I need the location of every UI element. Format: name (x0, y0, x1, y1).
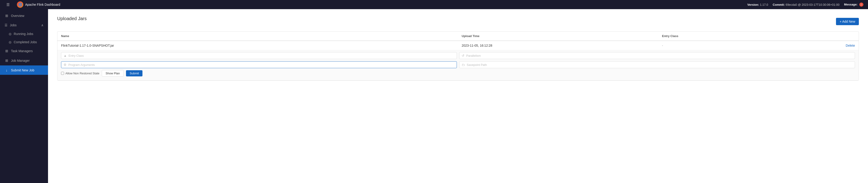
col-actions-header (779, 32, 859, 41)
parallelism-input[interactable] (466, 54, 852, 57)
sidebar-item-submit-new-job[interactable]: ↓ Submit New Job (0, 65, 48, 75)
overview-icon: ⊞ (5, 14, 9, 18)
sidebar-jobs-left: ☰ Jobs (5, 23, 17, 27)
allow-non-restored-checkbox[interactable] (61, 72, 64, 75)
sidebar-task-managers-label: Task Managers (11, 49, 33, 53)
sidebar-item-overview[interactable]: ⊞ Overview (0, 11, 48, 21)
jar-upload-time: 2023-11-05, 16:12:28 (458, 41, 658, 50)
sidebar-item-running-jobs[interactable]: ◎ Running Jobs (0, 30, 48, 38)
header-info: Version: 1.17.0 Commit: 69ecda0 @ 2023-0… (747, 2, 863, 7)
program-args-group: ⚙ (61, 61, 457, 68)
brand-name: Apache Flink Dashboard (25, 3, 60, 6)
commit-label: Commit: 69ecda0 @ 2023-03-17T10:30:06+01… (773, 3, 839, 6)
jar-details-row: ▲ ↺ ⚙ (57, 50, 859, 81)
brand: ☰ 🌀 Apache Flink Dashboard (5, 1, 60, 8)
col-name-header: Name (57, 32, 458, 41)
top-header: ☰ 🌀 Apache Flink Dashboard Version: 1.17… (0, 0, 868, 9)
sidebar-group-jobs: ☰ Jobs ∧ ◎ Running Jobs ◎ Completed Jobs (0, 21, 48, 46)
task-managers-icon: ⊞ (5, 49, 9, 53)
message-label: Message: 0 (844, 2, 863, 7)
jars-table: Name Upload Time Entry Class FlinkTutori… (57, 32, 859, 81)
program-args-icon: ⚙ (64, 63, 66, 67)
message-badge: 0 (859, 2, 863, 7)
parallelism-group: ↺ (459, 52, 855, 59)
parallelism-icon: ↺ (462, 54, 464, 57)
jar-entry-class: - (658, 41, 779, 50)
savepoint-path-group: 🗀 (459, 61, 855, 68)
sidebar-submit-new-job-label: Submit New Job (11, 68, 34, 72)
content-area: Uploaded Jars + Add New Name Upload Time… (48, 9, 868, 183)
page-title: Uploaded Jars (57, 16, 87, 21)
sidebar-jobs-header[interactable]: ☰ Jobs ∧ (0, 21, 48, 30)
program-args-input[interactable] (68, 63, 454, 67)
allow-non-restored-label[interactable]: Allow Non Restored State (61, 71, 99, 75)
form-actions: Allow Non Restored State Show Plan Submi… (61, 70, 855, 77)
version-label: Version: 1.17.0 (747, 3, 768, 6)
brand-logo: 🌀 (17, 1, 23, 8)
jar-actions: Delete (779, 41, 859, 50)
table-row: FlinkTutorial-1.17-1.0-SNAPSHOT.jar 2023… (57, 41, 859, 50)
jobs-icon: ☰ (5, 23, 7, 27)
entry-class-input[interactable] (69, 54, 454, 57)
savepoint-path-icon: 🗀 (462, 63, 465, 67)
main-layout: ⊞ Overview ☰ Jobs ∧ ◎ Running Jobs ◎ Com… (0, 9, 868, 183)
jar-form: ▲ ↺ ⚙ (61, 52, 855, 68)
col-upload-header: Upload Time (458, 32, 658, 41)
sidebar-item-label: Overview (11, 14, 24, 18)
sidebar-jobs-label: Jobs (10, 23, 17, 27)
running-jobs-icon: ◎ (9, 32, 11, 36)
col-entry-header: Entry Class (658, 32, 779, 41)
sidebar-running-jobs-label: Running Jobs (14, 32, 33, 36)
show-plan-button[interactable]: Show Plan (102, 70, 124, 77)
hamburger-button[interactable]: ☰ (5, 2, 11, 8)
job-manager-icon: ⊞ (5, 59, 9, 63)
submit-button[interactable]: Submit (126, 70, 143, 77)
savepoint-path-input[interactable] (467, 63, 852, 67)
sidebar-completed-jobs-label: Completed Jobs (14, 40, 37, 44)
table-header: Name Upload Time Entry Class (57, 32, 859, 41)
sidebar-item-completed-jobs[interactable]: ◎ Completed Jobs (0, 38, 48, 46)
sidebar: ⊞ Overview ☰ Jobs ∧ ◎ Running Jobs ◎ Com… (0, 9, 48, 183)
jars-table-card: Name Upload Time Entry Class FlinkTutori… (57, 31, 859, 81)
hamburger-icon: ☰ (6, 3, 10, 7)
add-new-button[interactable]: + Add New (836, 18, 859, 25)
entry-class-group: ▲ (61, 52, 457, 59)
jar-details-cell: ▲ ↺ ⚙ (57, 50, 859, 81)
submit-new-job-icon: ↓ (5, 68, 9, 72)
page-header: Uploaded Jars + Add New (57, 16, 859, 27)
sidebar-item-job-manager[interactable]: ⊞ Job Manager (0, 56, 48, 65)
entry-class-icon: ▲ (64, 54, 67, 57)
sidebar-job-manager-label: Job Manager (11, 59, 30, 62)
sidebar-item-task-managers[interactable]: ⊞ Task Managers (0, 46, 48, 56)
chevron-up-icon: ∧ (41, 23, 43, 27)
delete-link[interactable]: Delete (846, 44, 855, 48)
completed-jobs-icon: ◎ (9, 40, 11, 44)
jar-name: FlinkTutorial-1.17-1.0-SNAPSHOT.jar (57, 41, 458, 50)
table-body: FlinkTutorial-1.17-1.0-SNAPSHOT.jar 2023… (57, 41, 859, 81)
